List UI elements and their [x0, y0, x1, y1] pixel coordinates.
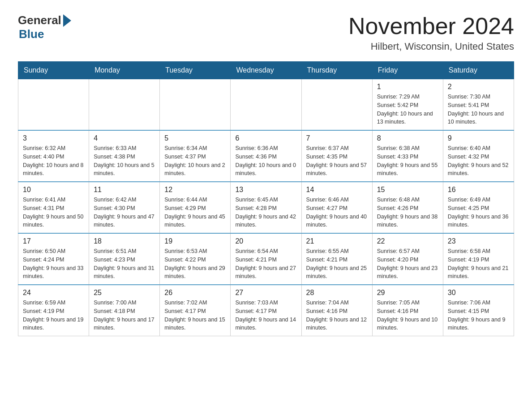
calendar-cell: 29Sunrise: 7:05 AMSunset: 4:16 PMDayligh…: [372, 285, 443, 336]
logo: General: [18, 13, 73, 27]
calendar-cell: [89, 79, 160, 131]
calendar-week-row: 24Sunrise: 6:59 AMSunset: 4:19 PMDayligh…: [18, 285, 514, 336]
calendar-cell: 6Sunrise: 6:36 AMSunset: 4:36 PMDaylight…: [231, 130, 301, 182]
day-info: Sunrise: 6:40 AMSunset: 4:32 PMDaylight:…: [448, 144, 509, 178]
calendar-cell: 12Sunrise: 6:44 AMSunset: 4:29 PMDayligh…: [160, 182, 231, 233]
day-info: Sunrise: 7:06 AMSunset: 4:15 PMDaylight:…: [448, 299, 509, 332]
calendar-cell: [301, 79, 372, 131]
day-info: Sunrise: 7:03 AMSunset: 4:17 PMDaylight:…: [235, 299, 296, 332]
day-number: 9: [448, 134, 509, 142]
calendar-cell: 20Sunrise: 6:54 AMSunset: 4:21 PMDayligh…: [231, 233, 301, 285]
calendar-cell: [18, 79, 89, 131]
day-number: 26: [164, 289, 226, 297]
calendar-week-row: 3Sunrise: 6:32 AMSunset: 4:40 PMDaylight…: [18, 130, 514, 182]
day-number: 13: [235, 186, 296, 194]
calendar-cell: 15Sunrise: 6:48 AMSunset: 4:26 PMDayligh…: [372, 182, 443, 233]
main-title: November 2024: [348, 13, 514, 39]
col-friday: Friday: [372, 62, 443, 79]
calendar-cell: 5Sunrise: 6:34 AMSunset: 4:37 PMDaylight…: [160, 130, 231, 182]
day-number: 27: [235, 289, 296, 297]
col-thursday: Thursday: [301, 62, 372, 79]
day-number: 21: [306, 237, 368, 245]
day-info: Sunrise: 6:51 AMSunset: 4:23 PMDaylight:…: [94, 247, 155, 281]
day-number: 8: [377, 134, 438, 142]
day-info: Sunrise: 6:50 AMSunset: 4:24 PMDaylight:…: [23, 247, 84, 281]
logo-arrow-icon: [63, 14, 71, 27]
calendar-cell: 23Sunrise: 6:58 AMSunset: 4:19 PMDayligh…: [443, 233, 514, 285]
calendar-cell: 1Sunrise: 7:29 AMSunset: 5:42 PMDaylight…: [372, 79, 443, 131]
day-number: 18: [94, 237, 155, 245]
day-number: 2: [448, 83, 509, 91]
calendar-cell: 3Sunrise: 6:32 AMSunset: 4:40 PMDaylight…: [18, 130, 89, 182]
day-number: 1: [377, 83, 438, 91]
col-wednesday: Wednesday: [231, 62, 301, 79]
calendar-cell: 25Sunrise: 7:00 AMSunset: 4:18 PMDayligh…: [89, 285, 160, 336]
logo-area: General Blue: [18, 13, 73, 41]
day-number: 10: [23, 186, 84, 194]
day-info: Sunrise: 6:57 AMSunset: 4:20 PMDaylight:…: [377, 247, 438, 281]
calendar-cell: 26Sunrise: 7:02 AMSunset: 4:17 PMDayligh…: [160, 285, 231, 336]
calendar-cell: 8Sunrise: 6:38 AMSunset: 4:33 PMDaylight…: [372, 130, 443, 182]
calendar-cell: 27Sunrise: 7:03 AMSunset: 4:17 PMDayligh…: [231, 285, 301, 336]
day-number: 19: [164, 237, 226, 245]
calendar-cell: 10Sunrise: 6:41 AMSunset: 4:31 PMDayligh…: [18, 182, 89, 233]
col-saturday: Saturday: [443, 62, 514, 79]
day-number: 4: [94, 134, 155, 142]
day-info: Sunrise: 7:04 AMSunset: 4:16 PMDaylight:…: [306, 299, 368, 332]
day-number: 28: [306, 289, 368, 297]
calendar-cell: 22Sunrise: 6:57 AMSunset: 4:20 PMDayligh…: [372, 233, 443, 285]
day-info: Sunrise: 7:00 AMSunset: 4:18 PMDaylight:…: [94, 299, 155, 332]
day-info: Sunrise: 6:53 AMSunset: 4:22 PMDaylight:…: [164, 247, 226, 281]
day-info: Sunrise: 6:32 AMSunset: 4:40 PMDaylight:…: [23, 144, 84, 178]
calendar-cell: 28Sunrise: 7:04 AMSunset: 4:16 PMDayligh…: [301, 285, 372, 336]
calendar-week-row: 17Sunrise: 6:50 AMSunset: 4:24 PMDayligh…: [18, 233, 514, 285]
day-info: Sunrise: 6:36 AMSunset: 4:36 PMDaylight:…: [235, 144, 296, 178]
subtitle: Hilbert, Wisconsin, United States: [348, 41, 514, 52]
calendar-cell: 14Sunrise: 6:46 AMSunset: 4:27 PMDayligh…: [301, 182, 372, 233]
day-number: 6: [235, 134, 296, 142]
calendar-cell: 2Sunrise: 7:30 AMSunset: 5:41 PMDaylight…: [443, 79, 514, 131]
day-info: Sunrise: 6:58 AMSunset: 4:19 PMDaylight:…: [448, 247, 509, 281]
day-number: 29: [377, 289, 438, 297]
calendar-week-row: 10Sunrise: 6:41 AMSunset: 4:31 PMDayligh…: [18, 182, 514, 233]
calendar-cell: 18Sunrise: 6:51 AMSunset: 4:23 PMDayligh…: [89, 233, 160, 285]
col-sunday: Sunday: [18, 62, 89, 79]
calendar-cell: 24Sunrise: 6:59 AMSunset: 4:19 PMDayligh…: [18, 285, 89, 336]
header: General Blue November 2024 Hilbert, Wisc…: [18, 13, 514, 52]
calendar: Sunday Monday Tuesday Wednesday Thursday…: [18, 61, 514, 336]
day-number: 15: [377, 186, 438, 194]
day-number: 30: [448, 289, 509, 297]
calendar-cell: 11Sunrise: 6:42 AMSunset: 4:30 PMDayligh…: [89, 182, 160, 233]
day-number: 20: [235, 237, 296, 245]
calendar-cell: 21Sunrise: 6:55 AMSunset: 4:21 PMDayligh…: [301, 233, 372, 285]
calendar-cell: 19Sunrise: 6:53 AMSunset: 4:22 PMDayligh…: [160, 233, 231, 285]
calendar-week-row: 1Sunrise: 7:29 AMSunset: 5:42 PMDaylight…: [18, 79, 514, 131]
day-info: Sunrise: 7:30 AMSunset: 5:41 PMDaylight:…: [448, 93, 509, 126]
day-info: Sunrise: 7:02 AMSunset: 4:17 PMDaylight:…: [164, 299, 226, 332]
calendar-cell: 9Sunrise: 6:40 AMSunset: 4:32 PMDaylight…: [443, 130, 514, 182]
day-info: Sunrise: 6:59 AMSunset: 4:19 PMDaylight:…: [23, 299, 84, 332]
day-info: Sunrise: 6:44 AMSunset: 4:29 PMDaylight:…: [164, 196, 226, 229]
day-number: 5: [164, 134, 226, 142]
logo-general-text: General: [18, 13, 61, 27]
calendar-cell: 13Sunrise: 6:45 AMSunset: 4:28 PMDayligh…: [231, 182, 301, 233]
day-info: Sunrise: 6:37 AMSunset: 4:35 PMDaylight:…: [306, 144, 368, 178]
calendar-cell: [160, 79, 231, 131]
day-info: Sunrise: 6:45 AMSunset: 4:28 PMDaylight:…: [235, 196, 296, 229]
calendar-cell: 4Sunrise: 6:33 AMSunset: 4:38 PMDaylight…: [89, 130, 160, 182]
day-number: 22: [377, 237, 438, 245]
day-info: Sunrise: 6:41 AMSunset: 4:31 PMDaylight:…: [23, 196, 84, 229]
day-number: 24: [23, 289, 84, 297]
day-info: Sunrise: 6:54 AMSunset: 4:21 PMDaylight:…: [235, 247, 296, 281]
day-info: Sunrise: 6:55 AMSunset: 4:21 PMDaylight:…: [306, 247, 368, 281]
day-info: Sunrise: 7:29 AMSunset: 5:42 PMDaylight:…: [377, 93, 438, 126]
day-number: 3: [23, 134, 84, 142]
col-monday: Monday: [89, 62, 160, 79]
day-number: 12: [164, 186, 226, 194]
day-info: Sunrise: 6:48 AMSunset: 4:26 PMDaylight:…: [377, 196, 438, 229]
col-tuesday: Tuesday: [160, 62, 231, 79]
day-number: 11: [94, 186, 155, 194]
day-info: Sunrise: 6:38 AMSunset: 4:33 PMDaylight:…: [377, 144, 438, 178]
day-info: Sunrise: 6:33 AMSunset: 4:38 PMDaylight:…: [94, 144, 155, 178]
day-number: 16: [448, 186, 509, 194]
